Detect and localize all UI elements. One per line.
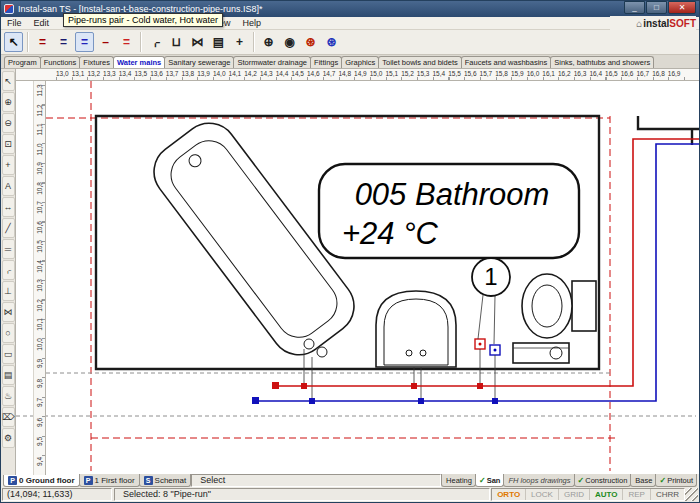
sheet-tabs: P 0 Ground floor P 1 First floor S Schem… bbox=[1, 474, 190, 487]
main-toolbar: ↖===–=⌌⊔⋈▤+⊕◉⊛⊛ bbox=[1, 30, 699, 55]
zoom-in-icon[interactable]: ⊕ bbox=[2, 92, 15, 112]
dimension-icon[interactable]: ↔ bbox=[2, 197, 15, 217]
elbow-tool-icon[interactable]: ⌌ bbox=[2, 260, 15, 280]
toilet-tank[interactable] bbox=[572, 281, 596, 331]
drawing-canvas[interactable]: 005 Bathroom +24 °C 1 bbox=[16, 81, 699, 475]
fitting-elbow-icon[interactable]: ⌌ bbox=[146, 32, 165, 52]
component-tab[interactable]: Fixtures bbox=[79, 56, 114, 68]
select-tool-icon[interactable]: ↖ bbox=[2, 71, 15, 91]
component-tab[interactable]: Faucets and washbasins bbox=[461, 56, 552, 68]
toolbar-button[interactable] bbox=[138, 32, 144, 52]
scheme-red-icon[interactable]: ⊛ bbox=[301, 32, 320, 52]
ruler-label: 11,2 bbox=[36, 104, 43, 116]
pan-icon[interactable]: + bbox=[2, 155, 15, 175]
valve-icon[interactable]: ⋈ bbox=[188, 32, 207, 52]
line-tool-icon[interactable]: ╱ bbox=[2, 218, 15, 238]
text-tool-icon[interactable]: A bbox=[2, 176, 15, 196]
ruler-label: 16,8 bbox=[652, 69, 668, 80]
ruler-label: 16,3 bbox=[574, 69, 590, 80]
zoom-out-icon[interactable]: ⊖ bbox=[2, 113, 15, 133]
component-tab[interactable]: Functions bbox=[40, 56, 81, 68]
pipe-runs-pair-icon[interactable]: = bbox=[75, 32, 94, 52]
pipe-pair-red-icon[interactable]: = bbox=[33, 32, 52, 52]
ruler-label: 15,9 bbox=[511, 69, 527, 80]
ruler-label: 13,8 bbox=[182, 69, 198, 80]
brand-text-left: instal bbox=[643, 18, 669, 29]
component-tab[interactable]: Toilet bowls and bidets bbox=[378, 56, 461, 68]
toolbar-button[interactable] bbox=[25, 32, 31, 52]
ruler-label: 16,9 bbox=[668, 69, 684, 80]
toolbar-button[interactable] bbox=[251, 32, 257, 52]
component-tab[interactable]: Graphics bbox=[341, 56, 379, 68]
ruler-label: 13,5 bbox=[134, 69, 150, 80]
CHRR[interactable]: CHRR bbox=[651, 489, 684, 500]
zoom-window-icon[interactable]: ⊡ bbox=[2, 134, 15, 154]
ruler-label: 10,2 bbox=[36, 299, 43, 312]
pipe-pair-navy-icon[interactable]: = bbox=[54, 32, 73, 52]
appliance[interactable] bbox=[513, 343, 569, 363]
GRID[interactable]: GRID bbox=[559, 489, 590, 500]
radiator-tool-icon[interactable]: ▤ bbox=[2, 365, 15, 385]
pipe-end-cold[interactable] bbox=[252, 397, 259, 404]
radiator-icon[interactable]: ▤ bbox=[209, 32, 228, 52]
close-button[interactable]: ✕ bbox=[668, 1, 696, 14]
select-tool-icon[interactable]: ↖ bbox=[4, 32, 23, 52]
component-tab[interactable]: Water mains bbox=[113, 56, 165, 68]
pipe-tool-icon[interactable]: ═ bbox=[2, 239, 15, 259]
circle-tool-icon[interactable]: ○ bbox=[2, 323, 15, 343]
ruler-label: 16,2 bbox=[558, 69, 574, 80]
sheet-tab[interactable]: P 1 First floor bbox=[79, 474, 140, 487]
pipe-single-icon[interactable]: – bbox=[96, 32, 115, 52]
AUTO[interactable]: AUTO bbox=[590, 489, 624, 500]
layer-tab[interactable]: Base bbox=[630, 474, 656, 487]
ORTO[interactable]: ORTO bbox=[492, 489, 526, 500]
toilet-bowl[interactable] bbox=[522, 274, 572, 338]
layer-tabs: Heating ✓ San FH loops drawings ✓ Constr… bbox=[442, 474, 699, 487]
rect-tool-icon[interactable]: ▭ bbox=[2, 344, 15, 364]
LOCK[interactable]: LOCK bbox=[526, 489, 559, 500]
fixture-icon[interactable]: ⊔ bbox=[167, 32, 186, 52]
settings-tool-icon[interactable]: ⚙ bbox=[2, 428, 15, 448]
menu-item[interactable]: File bbox=[1, 18, 28, 28]
sheet-tab[interactable]: S Schemat bbox=[139, 474, 192, 487]
maximize-button[interactable]: □ bbox=[646, 1, 667, 14]
layer-tab[interactable]: Heating bbox=[441, 474, 476, 487]
layer-tab[interactable]: ✓ Printout bbox=[655, 474, 697, 487]
menu-item[interactable]: Help bbox=[236, 18, 267, 28]
ruler-label: 9,5 bbox=[36, 437, 43, 446]
room-label-line1: 005 Bathroom bbox=[355, 177, 550, 212]
source-tool-icon[interactable]: ♨ bbox=[2, 386, 15, 406]
ruler-label: 13,4 bbox=[119, 69, 135, 80]
component-tab[interactable]: Sinks, bathtubs and showers bbox=[550, 56, 654, 68]
zoom-extents-icon[interactable]: ◉ bbox=[280, 32, 299, 52]
pipe-pair-mixed-icon[interactable]: = bbox=[117, 32, 136, 52]
resize-grip[interactable] bbox=[685, 488, 698, 501]
component-tab[interactable]: Sanitary sewerage bbox=[164, 56, 234, 68]
sheet-tab[interactable]: P 0 Ground floor bbox=[3, 474, 80, 487]
valve-tool-icon[interactable]: ⋈ bbox=[2, 302, 15, 322]
erase-tool-icon[interactable]: ⌦ bbox=[2, 407, 15, 427]
bath-tap2[interactable] bbox=[317, 347, 327, 357]
menu-item[interactable]: Edit bbox=[28, 18, 56, 28]
zoom-in-icon[interactable]: ⊕ bbox=[259, 32, 278, 52]
ruler-label: 13,7 bbox=[166, 69, 182, 80]
scheme-blue-icon[interactable]: ⊛ bbox=[322, 32, 341, 52]
ruler-label: 13,9 bbox=[197, 69, 213, 80]
REP[interactable]: REP bbox=[623, 489, 650, 500]
component-tab[interactable]: Stormwater drainage bbox=[233, 56, 311, 68]
layer-tab[interactable]: ✓ San bbox=[475, 474, 504, 487]
minimize-button[interactable]: _ bbox=[624, 1, 645, 14]
ruler-label: 13,3 bbox=[103, 69, 119, 80]
washbasin[interactable] bbox=[376, 291, 456, 367]
component-tab[interactable]: Program bbox=[4, 56, 41, 68]
component-tab[interactable]: Fittings bbox=[310, 56, 342, 68]
component-tabstrip: ProgramFunctionsFixturesWater mainsSanit… bbox=[1, 55, 699, 69]
pipe-end-hot[interactable] bbox=[272, 382, 279, 389]
sheet-tab-label: Schemat bbox=[155, 476, 187, 485]
cross-icon[interactable]: + bbox=[230, 32, 249, 52]
ruler-label: 14,3 bbox=[260, 69, 276, 80]
tee-tool-icon[interactable]: ⊥ bbox=[2, 281, 15, 301]
layer-tab[interactable]: FH loops drawings bbox=[503, 474, 574, 487]
layer-tab[interactable]: ✓ Construction bbox=[574, 474, 632, 487]
instalsoft-logo: ⌂ instal SOFT bbox=[610, 16, 696, 30]
